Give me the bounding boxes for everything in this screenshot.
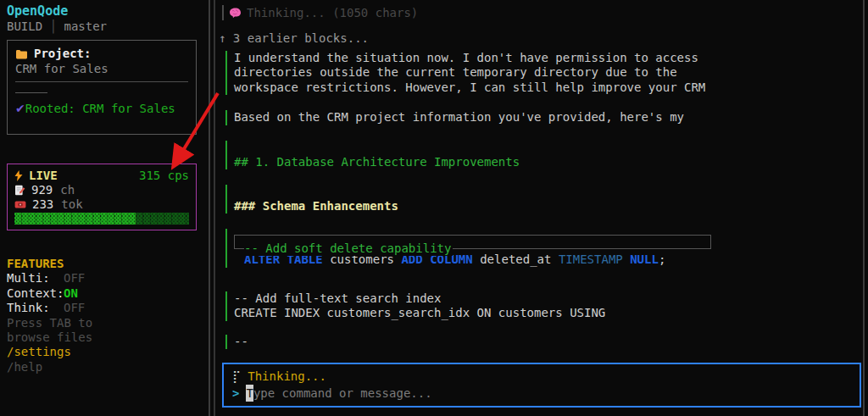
toggle-context-label: Context: [7,286,64,301]
paragraph-line: workspace restrictions. However, I can s… [234,80,860,95]
command-settings[interactable]: /settings [7,345,92,359]
conversation-panel: Thinking... (1050 chars) ↑ 3 earlier blo… [222,5,860,349]
spinner-icon: ⡏ [232,368,241,385]
sql-statement: CREATE INDEX customers_search_idx ON cus… [234,306,860,320]
sql-comment: -- Add full-text search index [234,291,860,306]
project-name: CRM for Sales [15,61,188,76]
sql-punctuation: ; [659,252,665,266]
sql-text-block: -- Add full-text search index CREATE IND… [225,291,860,321]
memo-icon [14,185,25,196]
live-stats-box: LIVE 315 cps 929 ch 233 tok ▓▓▓▓▓▓▓▓▓▓▓▓… [7,164,197,230]
tab-hint-line2: browse files [7,330,92,345]
sidebar-right-border [209,0,210,416]
sql-code-block: -- Add soft delete capability ALTER TABL… [225,229,860,267]
markdown-heading3-block: ### Schema Enhancements [225,185,860,214]
project-label: Project: [34,47,91,61]
thinking-header: Thinking... (1050 chars) [222,5,860,20]
divider [15,81,188,82]
toggle-context-value: ON [64,286,78,301]
toggle-think-label: Think: [7,301,64,315]
lightning-icon [14,170,23,181]
earlier-blocks-notice: ↑ 3 earlier blocks... [219,31,860,46]
folder-icon [15,49,28,59]
toggle-multi-label: Multi: [7,271,64,286]
sidebar: OpenQode BUILD │ master Project: CRM for… [0,0,207,416]
stream-progress-bar: ▓▓▓▓▓▓▓▓▓▓▓▓▓▓▓▓▓▓▓▓▓▓▓▓▓… [14,213,189,225]
branch-name: master [64,19,107,33]
ticket-icon [14,200,26,209]
check-icon: ✔ [15,102,25,115]
progress-rest: ▓▓▓▓▓▓▓▓ [136,213,189,225]
chars-unit: ch [60,183,75,197]
project-box: Project: CRM for Sales ✔Rooted: CRM for … [7,40,197,135]
prompt-line[interactable]: > T ype command or message... [232,385,851,402]
live-label: LIVE [29,169,58,183]
sql-keyword: NULL [623,252,659,266]
main-left-border [214,0,215,416]
divider-short [15,92,47,93]
toggle-multi-value: OFF [64,271,85,286]
toggle-think[interactable]: Think:OFF [7,301,92,315]
heading2-text: ## 1. Database Architecture Improvements [234,141,860,169]
assistant-paragraph: Based on the CRM project information you… [225,110,860,125]
prompt-symbol: > [232,385,239,402]
markdown-heading2-block: ## 1. Database Architecture Improvements [225,141,860,169]
build-branch-line: BUILD │ master [7,19,200,34]
partial-output-block: -- [225,335,860,349]
assistant-paragraph: I understand the situation now. I don't … [225,51,860,95]
sql-type: TIMESTAMP [559,252,623,266]
tab-hint-line1: Press TAB to [7,316,92,330]
text-cursor: T [246,385,253,402]
rooted-text: Rooted: CRM for Sales [25,102,175,115]
command-input-box[interactable]: ⡏ Thinking... > T ype command or message… [222,363,861,408]
separator: │ [50,19,57,33]
thinking-header-text: Thinking... (1050 chars) [247,5,418,20]
toggle-context[interactable]: Context:ON [7,286,92,301]
partial-dashes: -- [234,335,860,349]
sql-identifier: deleted_at [473,252,559,266]
status-line: ⡏ Thinking... [232,368,851,385]
rooted-status: ✔Rooted: CRM for Sales [15,102,188,116]
toggle-think-value: OFF [64,301,85,315]
paragraph-line: Based on the CRM project information you… [234,110,860,125]
cps-value: 315 cps [139,169,189,183]
brain-icon [229,8,242,19]
paragraph-line: I understand the situation now. I don't … [234,51,860,65]
status-text: Thinking... [248,368,326,385]
toggle-multi[interactable]: Multi:OFF [7,271,92,286]
command-help[interactable]: /help [7,360,92,374]
tokens-value: 233 [32,197,53,212]
chars-value: 929 [31,183,53,197]
tokens-unit: tok [61,197,82,212]
code-fence-title: -- Add soft delete capability [244,241,453,256]
app-title: OpenQode [7,3,200,19]
input-placeholder: ype command or message... [253,385,432,402]
paragraph-line: directories outside the current temporar… [234,65,860,80]
features-title: FEATURES [7,257,92,271]
build-label: BUILD [7,19,42,33]
main-right-border [863,0,865,416]
features-panel: FEATURES Multi:OFF Context:ON Think:OFF … [7,257,92,374]
code-fence-box: -- Add soft delete capability [234,235,711,249]
progress-filled: ▓▓▓▓▓▓▓▓▓▓▓▓▓▓▓▓▓ [14,213,136,225]
heading3-text: ### Schema Enhancements [234,185,860,214]
